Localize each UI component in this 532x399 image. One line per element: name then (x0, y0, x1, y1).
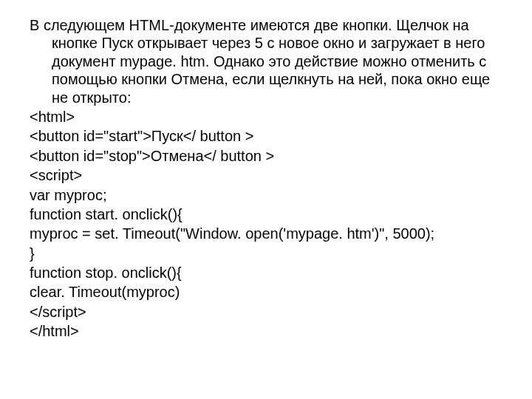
code-line-6: function start. onclick(){ (30, 205, 502, 223)
document-page: В следующем HTML-документе имеются две к… (0, 0, 532, 341)
code-line-5: var myproc; (30, 186, 502, 204)
code-line-1: <html> (30, 108, 502, 126)
code-line-4: <script> (30, 166, 502, 184)
code-line-10: clear. Timeout(myproc) (30, 283, 502, 301)
code-line-11: </script> (30, 303, 502, 321)
code-line-7: myproc = set. Timeout("Window. open('myp… (30, 225, 502, 242)
code-line-2: <button id="start">Пуск</ button > (30, 127, 502, 145)
code-line-9: function stop. onclick(){ (30, 264, 502, 282)
intro-paragraph: В следующем HTML-документе имеются две к… (30, 16, 502, 106)
code-line-8: } (30, 245, 502, 262)
code-line-12: </html> (30, 322, 502, 340)
code-line-3: <button id="stop">Отмена</ button > (30, 147, 502, 165)
